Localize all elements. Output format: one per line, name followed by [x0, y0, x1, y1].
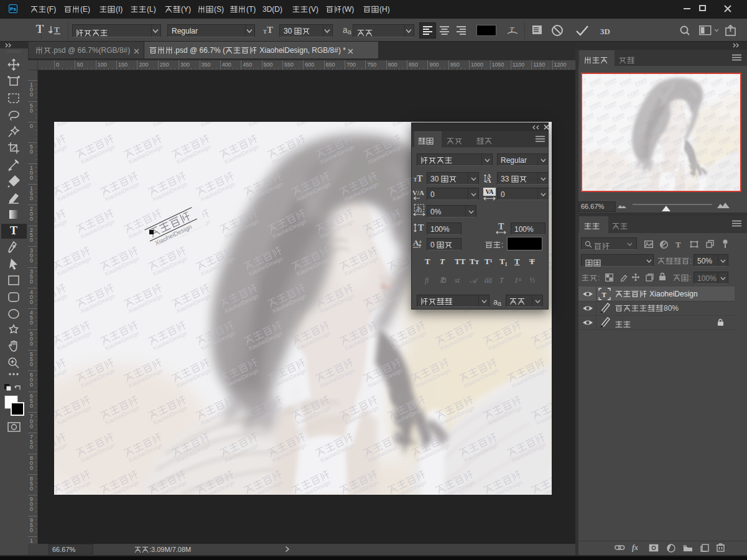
svg-text:T: T [10, 224, 17, 237]
svg-text:A: A [413, 238, 419, 247]
svg-text:T: T [509, 25, 514, 34]
svg-text:T: T [54, 25, 60, 34]
svg-text:T: T [602, 291, 607, 298]
svg-text:あ: あ [416, 205, 422, 212]
svg-text:a: a [419, 239, 422, 244]
svg-text:A: A [486, 176, 491, 184]
